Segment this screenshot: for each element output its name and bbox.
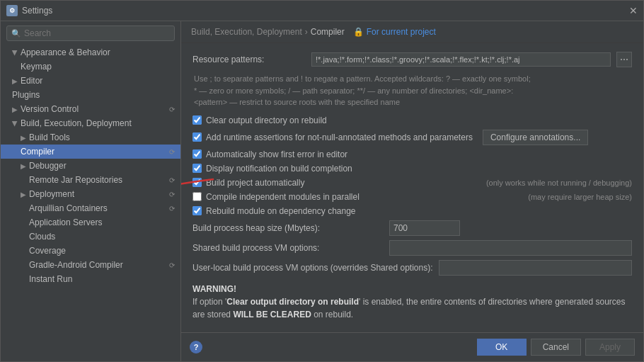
sidebar-item-keymap[interactable]: Keymap <box>1 60 180 74</box>
sidebar-item-editor[interactable]: ▶ Editor <box>1 74 180 88</box>
apply-button[interactable]: Apply <box>585 339 635 356</box>
sidebar-item-label: Editor <box>21 76 42 86</box>
search-input[interactable] <box>24 28 170 38</box>
user-local-label: User-local build process VM options (ove… <box>192 263 433 273</box>
expand-arrow-icon: ▶ <box>11 50 19 55</box>
compile-independent-row: Compile independent modules in parallel … <box>192 192 632 202</box>
sync-icon: ⟳ <box>169 191 175 198</box>
clear-output-label[interactable]: Clear output directory on rebuild <box>206 115 327 125</box>
sidebar-item-label: Debugger <box>29 161 67 171</box>
sync-icon: ⟳ <box>169 148 175 156</box>
resource-patterns-label: Resource patterns: <box>192 55 306 64</box>
auto-show-checkbox[interactable] <box>192 149 202 159</box>
sidebar-item-label: Instant Run <box>29 274 72 284</box>
display-notify-row: Display notification on build completion <box>192 164 632 174</box>
user-local-input[interactable] <box>439 260 633 276</box>
sidebar-item-label: Clouds <box>29 232 55 242</box>
hint-line3: <pattern> — restrict to source roots wit… <box>194 98 400 106</box>
display-notify-checkbox[interactable] <box>192 164 202 173</box>
hint-line2: * — zero or more symbols; / — path separ… <box>194 86 513 95</box>
compile-independent-note: (may require larger heap size) <box>528 193 632 201</box>
sync-icon: ⟳ <box>169 205 175 213</box>
sidebar-item-remote-jar[interactable]: Remote Jar Repositories ⟳ <box>1 173 180 187</box>
warning-text: If option 'Clear output directory on reb… <box>192 295 632 321</box>
sidebar-item-arquillian[interactable]: Arquillian Containers ⟳ <box>1 201 180 215</box>
add-runtime-checkbox[interactable] <box>192 132 202 142</box>
sync-icon: ⟳ <box>169 176 175 184</box>
search-icon: 🔍 <box>11 29 21 38</box>
auto-show-row: Automatically show first error in editor <box>192 149 632 159</box>
sidebar-item-build-tools[interactable]: ▶ Build Tools <box>1 130 180 145</box>
title-bar-left: ⚙ Settings <box>6 5 52 16</box>
title-bar: ⚙ Settings ✕ <box>1 1 643 21</box>
shared-vm-input[interactable] <box>389 240 632 256</box>
rebuild-module-checkbox[interactable] <box>192 206 202 215</box>
breadcrumb: Build, Execution, Deployment › Compiler … <box>181 21 643 43</box>
breadcrumb-separator: › <box>305 27 308 37</box>
shared-vm-label: Shared build process VM options: <box>192 243 384 253</box>
expand-arrow-icon: ▶ <box>12 77 18 85</box>
sidebar-item-instant-run[interactable]: Instant Run <box>1 272 180 286</box>
hint-text: Use ; to separate patterns and ! to nega… <box>192 73 632 108</box>
expand-arrow-icon: ▶ <box>12 106 18 113</box>
expand-button[interactable]: ⋯ <box>616 52 632 67</box>
warning-caps: WILL BE CLEARED <box>233 310 311 319</box>
settings-window: ⚙ Settings ✕ 🔍 ▶ Appearance & Behavior K… <box>0 0 644 362</box>
sidebar-item-compiler[interactable]: Compiler ⟳ <box>1 145 180 159</box>
sidebar-item-label: Application Servers <box>29 217 102 227</box>
configure-annotations-button[interactable]: Configure annotations... <box>483 130 588 145</box>
sidebar-item-label: Compiler <box>21 147 54 157</box>
sidebar-item-deployment[interactable]: ▶ Deployment ⟳ <box>1 187 180 201</box>
help-button[interactable]: ? <box>190 341 202 353</box>
search-box[interactable]: 🔍 <box>6 26 175 41</box>
expand-arrow-icon: ▶ <box>21 191 26 198</box>
sidebar-item-gradle-android[interactable]: Gradle-Android Compiler ⟳ <box>1 258 180 272</box>
compile-independent-checkbox[interactable] <box>192 192 202 201</box>
add-runtime-label[interactable]: Add runtime assertions for not-null-anno… <box>206 132 473 142</box>
bottom-bar: ? OK Cancel Apply <box>181 332 643 361</box>
sidebar-item-label: Remote Jar Repositories <box>29 175 122 185</box>
sidebar-item-label: Coverage <box>29 246 66 256</box>
shared-vm-row: Shared build process VM options: <box>192 240 632 256</box>
sidebar-item-appearance[interactable]: ▶ Appearance & Behavior <box>1 45 180 60</box>
clear-output-checkbox[interactable] <box>192 115 202 125</box>
sidebar-item-label: Build, Execution, Deployment <box>21 118 132 128</box>
sidebar: 🔍 ▶ Appearance & Behavior Keymap ▶ Edito… <box>1 21 181 361</box>
sidebar-item-build-exec[interactable]: ▶ Build, Execution, Deployment <box>1 116 180 130</box>
build-auto-checkbox[interactable] <box>192 178 202 187</box>
sidebar-item-version-control[interactable]: ▶ Version Control ⟳ <box>1 102 180 116</box>
heap-size-label: Build process heap size (Mbytes): <box>192 223 384 233</box>
resource-patterns-input[interactable] <box>311 52 611 67</box>
sidebar-item-label: Gradle-Android Compiler <box>29 260 123 270</box>
window-title: Settings <box>22 6 52 16</box>
sidebar-item-plugins[interactable]: Plugins <box>1 88 180 102</box>
display-notify-label[interactable]: Display notification on build completion <box>206 164 352 174</box>
cancel-button[interactable]: Cancel <box>531 339 581 356</box>
heap-size-input[interactable] <box>389 220 460 236</box>
sidebar-item-debugger[interactable]: ▶ Debugger <box>1 159 180 173</box>
compile-independent-label[interactable]: Compile independent modules in parallel <box>206 192 360 202</box>
main-panel-inner: Build, Execution, Deployment › Compiler … <box>181 21 643 332</box>
hint-line1: Use ; to separate patterns and ! to nega… <box>194 74 531 83</box>
sidebar-item-clouds[interactable]: Clouds <box>1 230 180 244</box>
rebuild-module-label[interactable]: Rebuild module on dependency change <box>206 206 356 216</box>
project-link[interactable]: For current project <box>367 27 436 37</box>
clear-output-row: Clear output directory on rebuild <box>192 115 632 125</box>
sidebar-item-label: Appearance & Behavior <box>21 47 110 57</box>
auto-show-label[interactable]: Automatically show first error in editor <box>206 149 347 159</box>
add-runtime-row: Add runtime assertions for not-null-anno… <box>192 130 632 145</box>
sidebar-item-label: Plugins <box>12 90 40 100</box>
expand-arrow-icon: ▶ <box>11 120 19 126</box>
ok-button[interactable]: OK <box>477 339 527 356</box>
close-button[interactable]: ✕ <box>629 5 638 16</box>
main-content: 🔍 ▶ Appearance & Behavior Keymap ▶ Edito… <box>1 21 643 361</box>
build-auto-label[interactable]: Build project automatically <box>206 178 304 188</box>
sidebar-item-label: Keymap <box>21 62 52 72</box>
sidebar-item-coverage[interactable]: Coverage <box>1 244 180 258</box>
warning-emphasis: Clear output directory on rebuild <box>226 297 359 307</box>
panel-content: Resource patterns: ⋯ Use ; to separate p… <box>181 43 643 332</box>
sidebar-item-label: Arquillian Containers <box>29 203 108 213</box>
sidebar-item-app-servers[interactable]: Application Servers <box>1 215 180 230</box>
breadcrumb-current: Compiler <box>311 27 345 37</box>
sync-icon: ⟳ <box>169 261 175 269</box>
